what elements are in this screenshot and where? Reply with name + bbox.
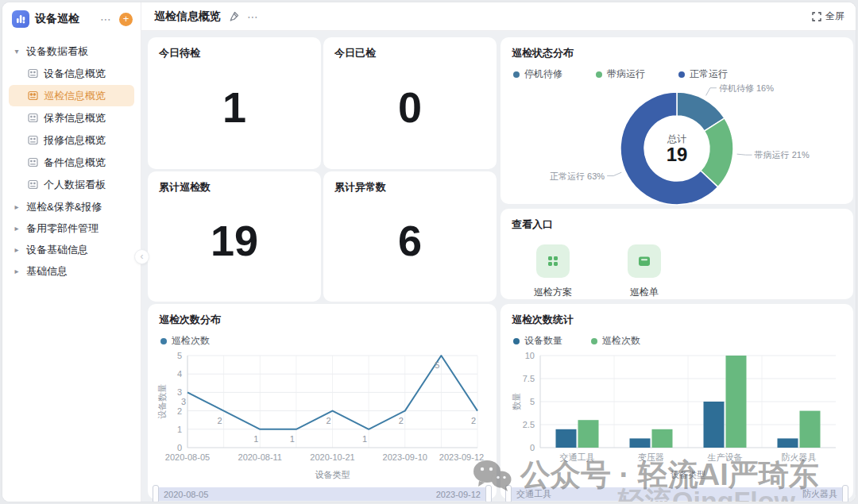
svg-text:生产设备: 生产设备 bbox=[708, 452, 743, 462]
legend-label: 带病运行 bbox=[607, 67, 645, 81]
bar-chart: 02.557.510数量交通工具变压器生产设备防火器具设备类型 bbox=[508, 348, 845, 481]
calendar-icon bbox=[628, 244, 661, 278]
sidebar-item-repair-info[interactable]: 报修信息概览 bbox=[9, 129, 134, 151]
svg-text:设备数量: 设备数量 bbox=[157, 384, 167, 419]
line-legend: 巡检次数 bbox=[148, 327, 497, 348]
status-distribution-card: 巡检状态分布 停机待修 带病运行 正常运行 停机待修 16%带病运行 21%正常… bbox=[500, 37, 853, 204]
caret-right-icon: ▸ bbox=[12, 224, 21, 233]
entry-label: 巡检方案 bbox=[534, 286, 572, 299]
svg-text:停机待修 16%: 停机待修 16% bbox=[719, 83, 774, 93]
chart-title: 巡检状态分布 bbox=[500, 37, 853, 60]
entry-inspection-sheet[interactable]: 巡检单 bbox=[628, 244, 661, 299]
svg-text:4: 4 bbox=[177, 369, 182, 379]
svg-text:2: 2 bbox=[326, 416, 330, 425]
sidebar-collapse-button[interactable]: ‹ bbox=[134, 249, 149, 264]
brush-icon[interactable] bbox=[229, 11, 239, 21]
fullscreen-label: 全屏 bbox=[825, 10, 844, 23]
legend-dot bbox=[160, 338, 167, 344]
line-chart-datazoom-slider[interactable]: 2020-08-05 2023-09-12 bbox=[156, 487, 489, 501]
dashboard-icon bbox=[28, 179, 38, 190]
main-area: 巡检信息概览 ⋯ 全屏 今日待检 1 今日已检 0 累计巡检数 bbox=[141, 2, 856, 502]
sidebar-item-label: 保养信息概览 bbox=[44, 111, 106, 125]
svg-text:防火器具: 防火器具 bbox=[782, 452, 817, 462]
svg-text:1: 1 bbox=[177, 425, 182, 434]
svg-text:总计: 总计 bbox=[667, 133, 686, 144]
sidebar-group-label: 备用零部件管理 bbox=[26, 221, 99, 236]
sidebar: 设备巡检 ⋯ + ▾ 设备数据看板 设备信息概览 巡检信息概览 保养信息概览 bbox=[2, 2, 141, 502]
datazoom-left-handle[interactable] bbox=[153, 485, 159, 502]
kpi-card-today-pending: 今日待检 1 bbox=[148, 37, 321, 169]
sidebar-more-icon[interactable]: ⋯ bbox=[98, 13, 114, 25]
svg-text:3: 3 bbox=[181, 397, 186, 406]
legend-item[interactable]: 巡检次数 bbox=[591, 334, 640, 348]
legend-item[interactable]: 设备数量 bbox=[513, 334, 562, 348]
legend-label: 正常运行 bbox=[690, 67, 728, 81]
legend-dot bbox=[513, 338, 520, 344]
svg-text:1: 1 bbox=[290, 434, 295, 444]
datazoom-right-handle[interactable] bbox=[842, 485, 848, 502]
legend-label: 设备数量 bbox=[524, 334, 562, 348]
card-title: 查看入口 bbox=[500, 209, 853, 232]
sidebar-item-label: 报修信息概览 bbox=[44, 133, 106, 148]
dashboard-canvas: 今日待检 1 今日已检 0 累计巡检数 19 累计异常数 6 巡检状态分布 停机… bbox=[141, 31, 856, 502]
kpi-card-total-anomalies: 累计异常数 6 bbox=[323, 171, 497, 302]
bar-chart-datazoom-slider[interactable]: 交通工具 防火器具 bbox=[508, 487, 845, 501]
kpi-value: 1 bbox=[148, 83, 321, 132]
svg-text:正常运行 63%: 正常运行 63% bbox=[550, 171, 605, 181]
app-title: 设备巡检 bbox=[35, 12, 92, 26]
inspection-count-distribution-card: 巡检次数分布 巡检次数 012345设备数量3211212522020-08-0… bbox=[148, 304, 497, 499]
sidebar-group-spareparts-management[interactable]: ▸ 备用零部件管理 bbox=[9, 217, 134, 239]
sidebar-group-device-dashboard[interactable]: ▾ 设备数据看板 bbox=[9, 40, 134, 62]
donut-legend: 停机待修 带病运行 正常运行 bbox=[500, 60, 853, 81]
svg-text:2: 2 bbox=[399, 416, 404, 425]
kpi-card-total-inspections: 累计巡检数 19 bbox=[148, 171, 321, 302]
kpi-title: 今日待检 bbox=[148, 37, 321, 60]
svg-text:5: 5 bbox=[530, 397, 535, 406]
add-app-button[interactable]: + bbox=[119, 13, 133, 26]
legend-item[interactable]: 正常运行 bbox=[678, 67, 728, 81]
kpi-title: 累计巡检数 bbox=[148, 171, 321, 194]
caret-right-icon: ▸ bbox=[12, 202, 21, 211]
sidebar-item-label: 设备信息概览 bbox=[44, 67, 106, 81]
svg-text:7.5: 7.5 bbox=[523, 374, 535, 383]
sidebar-item-inspection-info[interactable]: 巡检信息概览 bbox=[9, 85, 134, 106]
legend-item[interactable]: 巡检次数 bbox=[160, 334, 210, 348]
entry-label: 巡检单 bbox=[630, 286, 659, 299]
view-entry-card: 查看入口 巡检方案 巡检单 bbox=[500, 209, 853, 299]
datazoom-left-handle[interactable] bbox=[505, 485, 512, 502]
legend-label: 巡检次数 bbox=[602, 334, 640, 348]
page-title: 巡检信息概览 bbox=[154, 10, 221, 24]
fullscreen-icon bbox=[812, 12, 821, 21]
legend-item[interactable]: 带病运行 bbox=[596, 67, 645, 81]
sidebar-group-base-info[interactable]: ▸ 基础信息 bbox=[9, 260, 134, 282]
svg-text:0: 0 bbox=[530, 443, 535, 452]
kpi-value: 0 bbox=[323, 83, 497, 132]
svg-text:10: 10 bbox=[525, 351, 535, 360]
caret-down-icon: ▾ bbox=[12, 47, 21, 56]
legend-label: 巡检次数 bbox=[172, 334, 210, 348]
page-more-icon[interactable]: ⋯ bbox=[247, 10, 258, 23]
dashboard-icon bbox=[28, 68, 38, 79]
sidebar-group-device-base-info[interactable]: ▸ 设备基础信息 bbox=[9, 239, 134, 260]
legend-dot bbox=[596, 71, 602, 78]
legend-dot bbox=[513, 71, 520, 78]
datazoom-right-handle[interactable] bbox=[485, 485, 492, 502]
sidebar-item-maintenance-info[interactable]: 保养信息概览 bbox=[9, 107, 134, 129]
sidebar-group-inspection-maintain-repair[interactable]: ▸ 巡检&保养&报修 bbox=[9, 196, 134, 217]
svg-text:2020-10-21: 2020-10-21 bbox=[310, 452, 354, 462]
svg-text:3: 3 bbox=[177, 387, 182, 397]
sidebar-item-spareparts-info[interactable]: 备件信息概览 bbox=[9, 152, 134, 173]
legend-item[interactable]: 停机待修 bbox=[513, 67, 562, 81]
app-window: 设备巡检 ⋯ + ▾ 设备数据看板 设备信息概览 巡检信息概览 保养信息概览 bbox=[2, 2, 856, 502]
svg-text:设备类型: 设备类型 bbox=[671, 470, 705, 479]
dashboard-icon bbox=[28, 90, 38, 101]
svg-text:设备类型: 设备类型 bbox=[315, 470, 350, 479]
fullscreen-button[interactable]: 全屏 bbox=[812, 10, 844, 23]
entry-inspection-plan[interactable]: 巡检方案 bbox=[534, 244, 572, 299]
svg-text:带病运行 21%: 带病运行 21% bbox=[755, 150, 810, 160]
sidebar-item-device-info[interactable]: 设备信息概览 bbox=[9, 63, 134, 84]
inspection-count-stats-card: 巡检次数统计 设备数量 巡检次数 02.557.510数量交通工具变压器生产设备… bbox=[500, 304, 853, 499]
line-chart: 012345设备数量3211212522020-08-052020-08-112… bbox=[156, 348, 489, 481]
sidebar-item-personal-dashboard[interactable]: 个人数据看板 bbox=[9, 174, 134, 195]
svg-text:2: 2 bbox=[218, 416, 222, 425]
